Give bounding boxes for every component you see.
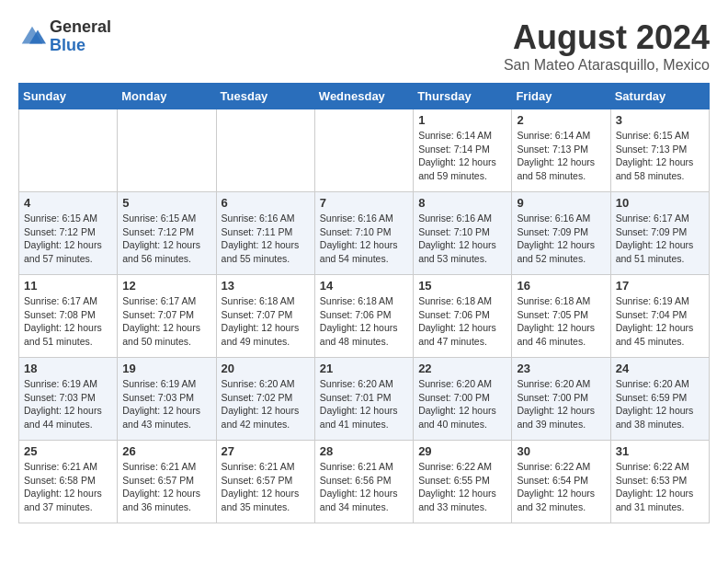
header-tuesday: Tuesday: [216, 84, 314, 109]
day-number: 17: [616, 279, 704, 293]
day-info: Sunrise: 6:21 AM Sunset: 6:57 PM Dayligh…: [122, 460, 210, 514]
day-number: 28: [320, 444, 408, 458]
day-number: 16: [517, 279, 605, 293]
day-info: Sunrise: 6:15 AM Sunset: 7:12 PM Dayligh…: [24, 212, 112, 266]
day-number: 15: [418, 279, 506, 293]
week-row-5: 25Sunrise: 6:21 AM Sunset: 6:58 PM Dayli…: [19, 441, 710, 523]
day-info: Sunrise: 6:22 AM Sunset: 6:53 PM Dayligh…: [616, 460, 704, 514]
day-info: Sunrise: 6:21 AM Sunset: 6:56 PM Dayligh…: [320, 460, 408, 514]
logo-text: General Blue: [50, 18, 111, 55]
day-info: Sunrise: 6:20 AM Sunset: 7:00 PM Dayligh…: [418, 377, 506, 431]
day-info: Sunrise: 6:16 AM Sunset: 7:10 PM Dayligh…: [320, 212, 408, 266]
day-number: 14: [320, 279, 408, 293]
calendar-cell-0-0: [19, 109, 118, 192]
day-info: Sunrise: 6:16 AM Sunset: 7:09 PM Dayligh…: [517, 212, 605, 266]
calendar-cell-4-4: 29Sunrise: 6:22 AM Sunset: 6:55 PM Dayli…: [414, 441, 512, 523]
calendar-cell-1-4: 8Sunrise: 6:16 AM Sunset: 7:10 PM Daylig…: [414, 192, 512, 275]
title-area: August 2024 San Mateo Atarasquillo, Mexi…: [504, 18, 710, 74]
day-info: Sunrise: 6:16 AM Sunset: 7:11 PM Dayligh…: [222, 212, 310, 266]
logo-general: General: [50, 18, 111, 37]
week-row-4: 18Sunrise: 6:19 AM Sunset: 7:03 PM Dayli…: [19, 358, 710, 441]
header-friday: Friday: [512, 84, 610, 109]
day-info: Sunrise: 6:16 AM Sunset: 7:10 PM Dayligh…: [418, 212, 506, 266]
calendar-cell-3-2: 20Sunrise: 6:20 AM Sunset: 7:02 PM Dayli…: [216, 358, 314, 441]
day-number: 13: [222, 279, 310, 293]
calendar-cell-0-4: 1Sunrise: 6:14 AM Sunset: 7:14 PM Daylig…: [414, 109, 512, 192]
day-number: 19: [122, 362, 210, 375]
day-number: 25: [24, 444, 112, 458]
day-number: 23: [517, 362, 605, 375]
calendar-cell-4-0: 25Sunrise: 6:21 AM Sunset: 6:58 PM Dayli…: [19, 441, 118, 523]
day-info: Sunrise: 6:15 AM Sunset: 7:13 PM Dayligh…: [616, 129, 704, 183]
day-number: 26: [122, 444, 210, 458]
day-number: 18: [24, 362, 112, 375]
calendar-cell-4-6: 31Sunrise: 6:22 AM Sunset: 6:53 PM Dayli…: [610, 441, 709, 523]
header-saturday: Saturday: [610, 84, 709, 109]
header-wednesday: Wednesday: [314, 84, 413, 109]
calendar-cell-1-3: 7Sunrise: 6:16 AM Sunset: 7:10 PM Daylig…: [314, 192, 413, 275]
day-info: Sunrise: 6:17 AM Sunset: 7:08 PM Dayligh…: [24, 294, 112, 349]
day-info: Sunrise: 6:18 AM Sunset: 7:07 PM Dayligh…: [222, 294, 310, 349]
day-info: Sunrise: 6:14 AM Sunset: 7:14 PM Dayligh…: [418, 129, 506, 183]
header-thursday: Thursday: [414, 84, 512, 109]
calendar-cell-2-4: 15Sunrise: 6:18 AM Sunset: 7:06 PM Dayli…: [414, 275, 512, 358]
week-row-1: 1Sunrise: 6:14 AM Sunset: 7:14 PM Daylig…: [19, 109, 710, 192]
day-info: Sunrise: 6:19 AM Sunset: 7:04 PM Dayligh…: [616, 294, 704, 349]
logo-blue: Blue: [50, 37, 111, 55]
day-info: Sunrise: 6:19 AM Sunset: 7:03 PM Dayligh…: [24, 377, 112, 431]
calendar-container: General Blue August 2024 San Mateo Atara…: [0, 0, 728, 533]
day-number: 6: [222, 196, 310, 210]
header-sunday: Sunday: [19, 84, 118, 109]
calendar-cell-3-5: 23Sunrise: 6:20 AM Sunset: 7:00 PM Dayli…: [512, 358, 610, 441]
day-number: 11: [24, 279, 112, 293]
calendar-cell-2-1: 12Sunrise: 6:17 AM Sunset: 7:07 PM Dayli…: [118, 275, 216, 358]
day-info: Sunrise: 6:22 AM Sunset: 6:55 PM Dayligh…: [418, 460, 506, 514]
day-info: Sunrise: 6:21 AM Sunset: 6:57 PM Dayligh…: [222, 460, 310, 514]
day-info: Sunrise: 6:15 AM Sunset: 7:12 PM Dayligh…: [122, 212, 210, 266]
day-number: 30: [517, 444, 605, 458]
day-number: 12: [122, 279, 210, 293]
calendar-cell-4-5: 30Sunrise: 6:22 AM Sunset: 6:54 PM Dayli…: [512, 441, 610, 523]
calendar-cell-4-2: 27Sunrise: 6:21 AM Sunset: 6:57 PM Dayli…: [216, 441, 314, 523]
calendar-cell-4-3: 28Sunrise: 6:21 AM Sunset: 6:56 PM Dayli…: [314, 441, 413, 523]
week-row-2: 4Sunrise: 6:15 AM Sunset: 7:12 PM Daylig…: [19, 192, 710, 275]
day-number: 4: [24, 196, 112, 210]
logo-icon: [18, 23, 46, 51]
day-info: Sunrise: 6:18 AM Sunset: 7:06 PM Dayligh…: [418, 294, 506, 349]
calendar-cell-0-6: 3Sunrise: 6:15 AM Sunset: 7:13 PM Daylig…: [610, 109, 709, 192]
day-number: 5: [122, 196, 210, 210]
day-number: 20: [222, 362, 310, 375]
day-info: Sunrise: 6:18 AM Sunset: 7:06 PM Dayligh…: [320, 294, 408, 349]
week-row-3: 11Sunrise: 6:17 AM Sunset: 7:08 PM Dayli…: [19, 275, 710, 358]
day-number: 31: [616, 444, 704, 458]
day-number: 27: [222, 444, 310, 458]
day-number: 29: [418, 444, 506, 458]
calendar-cell-1-0: 4Sunrise: 6:15 AM Sunset: 7:12 PM Daylig…: [19, 192, 118, 275]
day-number: 8: [418, 196, 506, 210]
calendar-cell-1-1: 5Sunrise: 6:15 AM Sunset: 7:12 PM Daylig…: [118, 192, 216, 275]
calendar-cell-4-1: 26Sunrise: 6:21 AM Sunset: 6:57 PM Dayli…: [118, 441, 216, 523]
day-number: 3: [616, 113, 704, 127]
day-info: Sunrise: 6:20 AM Sunset: 6:59 PM Dayligh…: [616, 377, 704, 431]
day-info: Sunrise: 6:20 AM Sunset: 7:00 PM Dayligh…: [517, 377, 605, 431]
day-info: Sunrise: 6:14 AM Sunset: 7:13 PM Dayligh…: [517, 129, 605, 183]
calendar-cell-0-5: 2Sunrise: 6:14 AM Sunset: 7:13 PM Daylig…: [512, 109, 610, 192]
calendar-cell-3-4: 22Sunrise: 6:20 AM Sunset: 7:00 PM Dayli…: [414, 358, 512, 441]
month-title: August 2024: [504, 18, 710, 57]
header-monday: Monday: [118, 84, 216, 109]
day-info: Sunrise: 6:21 AM Sunset: 6:58 PM Dayligh…: [24, 460, 112, 514]
calendar-cell-3-0: 18Sunrise: 6:19 AM Sunset: 7:03 PM Dayli…: [19, 358, 118, 441]
calendar-cell-1-5: 9Sunrise: 6:16 AM Sunset: 7:09 PM Daylig…: [512, 192, 610, 275]
calendar-cell-0-2: [216, 109, 314, 192]
calendar-cell-2-3: 14Sunrise: 6:18 AM Sunset: 7:06 PM Dayli…: [314, 275, 413, 358]
day-info: Sunrise: 6:19 AM Sunset: 7:03 PM Dayligh…: [122, 377, 210, 431]
day-info: Sunrise: 6:20 AM Sunset: 7:02 PM Dayligh…: [222, 377, 310, 431]
calendar-cell-2-6: 17Sunrise: 6:19 AM Sunset: 7:04 PM Dayli…: [610, 275, 709, 358]
day-info: Sunrise: 6:17 AM Sunset: 7:09 PM Dayligh…: [616, 212, 704, 266]
day-number: 7: [320, 196, 408, 210]
day-number: 22: [418, 362, 506, 375]
calendar-cell-2-5: 16Sunrise: 6:18 AM Sunset: 7:05 PM Dayli…: [512, 275, 610, 358]
calendar-cell-1-2: 6Sunrise: 6:16 AM Sunset: 7:11 PM Daylig…: [216, 192, 314, 275]
day-number: 24: [616, 362, 704, 375]
day-number: 9: [517, 196, 605, 210]
